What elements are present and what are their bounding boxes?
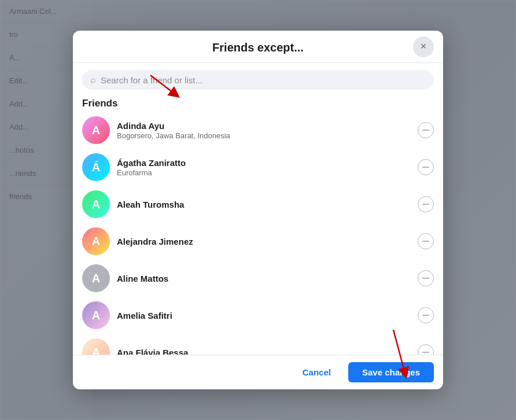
friend-name: Adinda Ayu xyxy=(117,121,411,131)
friend-exclude-button[interactable] xyxy=(418,307,434,323)
friend-avatar: A xyxy=(82,116,110,144)
friend-name: Aline Mattos xyxy=(117,274,411,283)
friends-except-modal: Friends except... × ⌕ Friends AAdinda Ay… xyxy=(73,31,443,389)
friend-info: Ágatha ZanirattoEurofarma xyxy=(117,158,411,177)
friend-exclude-button[interactable] xyxy=(418,344,434,355)
friend-info: Ana Flávia Bessa xyxy=(117,348,411,355)
friend-name: Aleah Turomsha xyxy=(117,200,411,209)
friends-list: AAdinda AyuBogorsero, Jawa Barat, Indone… xyxy=(73,112,443,355)
friend-item[interactable]: AAline Mattos xyxy=(78,260,438,297)
friend-avatar: Á xyxy=(82,153,110,181)
friend-item[interactable]: AAna Flávia Bessa xyxy=(78,334,438,355)
modal-header: Friends except... × xyxy=(73,31,443,63)
modal-footer: Cancel Save changes xyxy=(73,355,443,389)
friend-avatar: A xyxy=(82,301,110,329)
friend-item[interactable]: AAdinda AyuBogorsero, Jawa Barat, Indone… xyxy=(78,112,438,149)
search-icon: ⌕ xyxy=(90,75,96,85)
friend-subtitle: Bogorsero, Jawa Barat, Indonesia xyxy=(117,131,411,140)
search-container: ⌕ xyxy=(73,63,443,94)
friend-name: Amelia Safitri xyxy=(117,311,411,320)
friend-exclude-button[interactable] xyxy=(418,122,434,138)
friend-name: Alejandra Jimenez xyxy=(117,237,411,246)
friend-info: Aline Mattos xyxy=(117,274,411,283)
friend-item[interactable]: AAlejandra Jimenez xyxy=(78,223,438,260)
friend-info: Aleah Turomsha xyxy=(117,200,411,209)
friend-avatar: A xyxy=(82,190,110,218)
cancel-button[interactable]: Cancel xyxy=(291,362,342,382)
modal-close-button[interactable]: × xyxy=(413,36,434,57)
friend-exclude-button[interactable] xyxy=(418,233,434,249)
friend-info: Amelia Safitri xyxy=(117,311,411,320)
friend-avatar: A xyxy=(82,227,110,255)
modal-title: Friends except... xyxy=(212,41,304,54)
friend-exclude-button[interactable] xyxy=(418,270,434,286)
friend-item[interactable]: AAmelia Safitri xyxy=(78,297,438,334)
save-changes-button[interactable]: Save changes xyxy=(348,362,434,382)
friend-name: Ágatha Zaniratto xyxy=(117,158,411,168)
search-input[interactable] xyxy=(101,75,426,85)
friend-name: Ana Flávia Bessa xyxy=(117,348,411,355)
friends-section-label: Friends xyxy=(73,94,443,112)
friend-exclude-button[interactable] xyxy=(418,196,434,212)
friend-item[interactable]: AAleah Turomsha xyxy=(78,186,438,223)
friend-avatar: A xyxy=(82,338,110,355)
friend-avatar: A xyxy=(82,264,110,292)
friend-info: Adinda AyuBogorsero, Jawa Barat, Indones… xyxy=(117,121,411,140)
friend-info: Alejandra Jimenez xyxy=(117,237,411,246)
friend-exclude-button[interactable] xyxy=(418,159,434,175)
search-input-wrap: ⌕ xyxy=(82,70,434,90)
friend-subtitle: Eurofarma xyxy=(117,168,411,177)
friend-item[interactable]: ÁÁgatha ZanirattoEurofarma xyxy=(78,149,438,186)
